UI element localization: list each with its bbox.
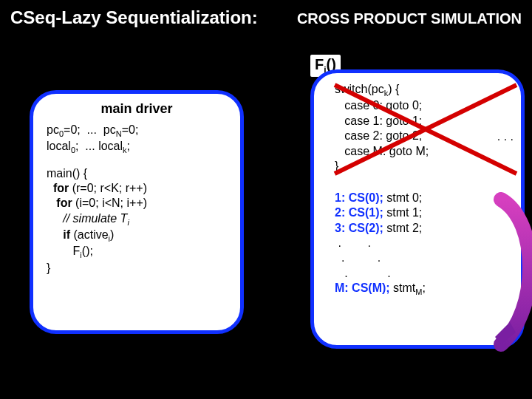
cs-lines: 1: CS(0); stmt 0;2: CS(1); stmt 1;3: CS(…	[335, 191, 511, 298]
main-driver-header: main driver	[47, 101, 227, 117]
title-left: CSeq-Lazy Sequentialization:	[10, 7, 258, 28]
vertical-dots-icon: ...	[517, 272, 522, 285]
title-right: CROSS PRODUCT SIMULATION	[297, 10, 522, 27]
fi-body-panel: switch(pck) { case 0: goto 0; case 1: go…	[310, 69, 525, 349]
decl-code: pc0=0; ... pcN=0; local0; ... localk;	[47, 123, 227, 156]
switch-block: switch(pck) { case 0: goto 0; case 1: go…	[335, 82, 511, 174]
switch-code: switch(pck) { case 0: goto 0; case 1: go…	[335, 82, 511, 174]
main-code: main() { for (r=0; r<K; r++) for (i=0; i…	[47, 166, 227, 276]
main-driver-panel: main driver pc0=0; ... pcN=0; local0; ..…	[30, 90, 244, 334]
switch-ellipsis: . . .	[497, 129, 514, 144]
